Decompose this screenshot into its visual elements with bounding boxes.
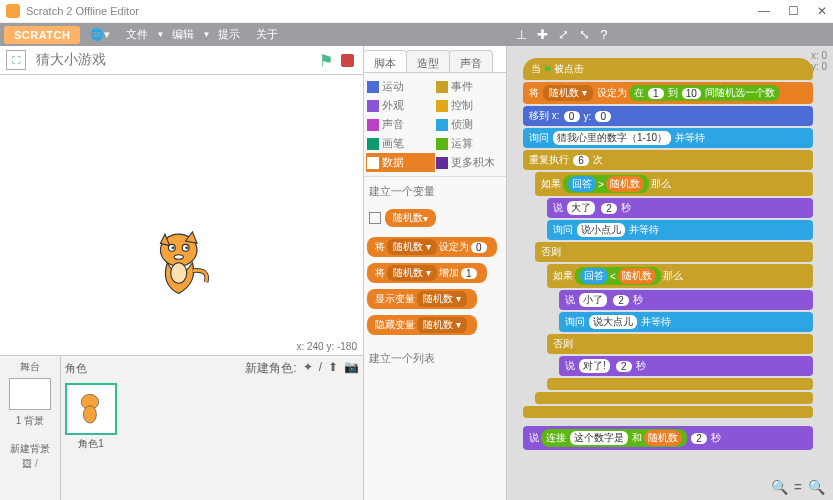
tab-sounds[interactable]: 声音 [449,50,493,72]
variable-reporter[interactable]: 随机数 ▾ [385,209,436,227]
change-var-block[interactable]: 将 随机数 ▾ 增加 1 [367,263,487,283]
sprite-name: 角色1 [65,437,117,451]
fullscreen-button[interactable]: ⛶ [6,50,26,70]
new-backdrop-label: 新建背景 [0,442,60,456]
block-if-lt[interactable]: 如果回答<随机数那么 [547,264,813,288]
svg-point-5 [172,246,175,249]
cat-operators[interactable]: 运算 [435,134,504,153]
sprite-camera-icon[interactable]: 📷 [344,360,359,377]
block-set-var[interactable]: 将随机数 ▾设定为在1到10间随机选一个数 [523,82,813,104]
show-var-block[interactable]: 显示变量 随机数 ▾ [367,289,477,309]
block-else-2[interactable]: 否则 [547,334,813,354]
cat-motion[interactable]: 运动 [366,77,435,96]
grow-icon[interactable]: ⤢ [558,27,569,42]
svg-point-10 [83,406,96,423]
block-goto[interactable]: 移到 x:0y:0 [523,106,813,126]
cat-looks[interactable]: 外观 [366,96,435,115]
stage-coord-readout: x: 240 y: -180 [296,341,357,352]
zoom-out-icon[interactable]: 🔍 [771,479,788,495]
app-icon [6,4,20,18]
block-ask-big[interactable]: 询问说大点儿并等待 [559,312,813,332]
close-icon[interactable]: ✕ [817,4,827,18]
window-title: Scratch 2 Offline Editor [26,5,139,17]
svg-point-6 [185,246,188,249]
cat-data[interactable]: 数据 [366,153,435,172]
backdrop-count: 1 背景 [0,414,60,428]
help-icon[interactable]: ? [600,27,607,42]
zoom-reset-icon[interactable]: = [794,479,802,495]
block-ask-small[interactable]: 询问说小点儿并等待 [547,220,813,240]
cat-events[interactable]: 事件 [435,77,504,96]
block-say-small[interactable]: 说小了2秒 [559,290,813,310]
cat-sound[interactable]: 声音 [366,115,435,134]
tab-scripts[interactable]: 脚本 [363,50,407,72]
stage-area[interactable]: x: 240 y: -180 [0,75,363,356]
sprite-upload-icon[interactable]: ⬆ [328,360,338,377]
new-sprite-label: 新建角色: [245,360,296,377]
scripts-area[interactable]: x: 0y: 0 当 ⚑ 被点击 将随机数 ▾设定为在1到10间随机选一个数 移… [507,46,833,500]
cat-pen[interactable]: 画笔 [366,134,435,153]
stage-thumbnail[interactable] [9,378,51,410]
block-else-1[interactable]: 否则 [535,242,813,262]
cat-sensing[interactable]: 侦测 [435,115,504,134]
cat-control[interactable]: 控制 [435,96,504,115]
stamp-icon[interactable]: ⊥ [516,27,527,42]
menu-file[interactable]: 文件 [126,27,148,42]
sprites-header: 角色 [65,361,87,376]
block-when-flag[interactable]: 当 ⚑ 被点击 [523,58,813,80]
menu-about[interactable]: 关于 [256,27,278,42]
cat-more[interactable]: 更多积木 [435,153,504,172]
svg-point-7 [174,255,183,260]
variable-checkbox-row[interactable]: 随机数 ▾ [369,206,501,230]
project-title[interactable]: 猜大小游戏 [36,51,106,69]
stop-button[interactable] [341,54,354,67]
sprite-paint-icon[interactable]: / [319,360,322,377]
globe-icon[interactable]: 🌐▾ [90,28,110,41]
block-end-if-2[interactable] [547,378,813,390]
menu-edit[interactable]: 编辑 [172,27,194,42]
zoom-in-icon[interactable]: 🔍 [808,479,825,495]
block-if-gt[interactable]: 如果回答>随机数那么 [535,172,813,196]
hide-var-block[interactable]: 隐藏变量 随机数 ▾ [367,315,477,335]
block-say-right[interactable]: 说对了!2秒 [559,356,813,376]
block-say-join[interactable]: 说连接这个数字是和随机数2秒 [523,426,813,450]
sprite-on-stage[interactable] [145,225,217,305]
block-repeat[interactable]: 重复执行6次 [523,150,813,170]
block-end-if-1[interactable] [535,392,813,404]
scratch-logo: SCRATCH [4,26,80,44]
sprite-thumbnail[interactable] [65,383,117,435]
menu-tips[interactable]: 提示 [218,27,240,42]
stage-thumb-label: 舞台 [0,360,60,374]
svg-point-8 [171,263,187,284]
sprite-library-icon[interactable]: ✦ [303,360,313,377]
block-end-repeat[interactable] [523,406,813,418]
green-flag-icon[interactable]: ⚑ [319,51,333,70]
tab-costumes[interactable]: 造型 [406,50,450,72]
set-var-block[interactable]: 将 随机数 ▾ 设定为 0 [367,237,497,257]
block-say-big[interactable]: 说大了2秒 [547,198,813,218]
maximize-icon[interactable]: ☐ [788,4,799,18]
make-list-button[interactable]: 建立一个列表 [367,348,503,369]
shrink-icon[interactable]: ⤡ [579,27,590,42]
make-variable-button[interactable]: 建立一个变量 [367,181,503,202]
block-ask[interactable]: 询问猜我心里的数字（1-10）并等待 [523,128,813,148]
duplicate-icon[interactable]: ✚ [537,27,548,42]
minimize-icon[interactable]: — [758,4,770,18]
